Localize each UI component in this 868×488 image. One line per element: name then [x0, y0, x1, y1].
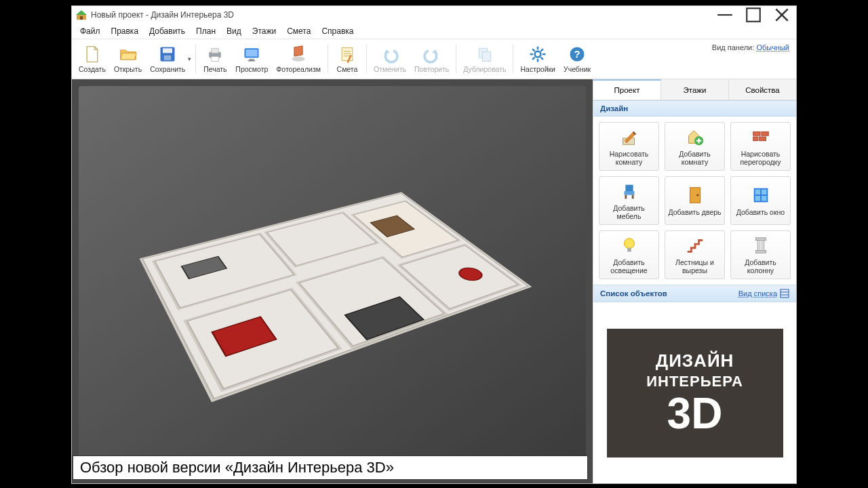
settings-label: Настройки — [520, 65, 555, 73]
add-column-button[interactable]: Добавить колонну — [730, 230, 791, 279]
svg-rect-41 — [753, 137, 757, 141]
chair-icon — [619, 181, 639, 201]
draw-room-label: Нарисовать комнату — [601, 150, 656, 166]
add-furniture-label: Добавить мебель — [601, 204, 656, 220]
save-icon — [158, 45, 177, 64]
undo-label: Отменить — [374, 65, 406, 73]
svg-rect-45 — [690, 188, 700, 203]
menu-edit[interactable]: Правка — [106, 25, 144, 37]
svg-rect-14 — [246, 49, 258, 57]
draw-room-button[interactable]: Нарисовать комнату — [599, 122, 659, 171]
open-button[interactable]: Открыть — [110, 41, 146, 77]
logo-line2: ИНТЕРЬЕРА — [646, 373, 743, 390]
3d-canvas[interactable] — [72, 79, 593, 483]
undo-icon — [380, 45, 399, 64]
add-room-button[interactable]: Добавить комнату — [665, 122, 725, 171]
menu-view[interactable]: Вид — [221, 25, 247, 37]
svg-rect-39 — [753, 132, 760, 136]
svg-rect-8 — [163, 48, 172, 53]
estimate-label: Смета — [337, 65, 358, 73]
photoreal-label: Фотореализм — [276, 65, 321, 73]
svg-rect-2 — [80, 16, 83, 20]
svg-rect-57 — [781, 289, 789, 298]
add-lighting-button[interactable]: Добавить освещение — [599, 230, 659, 279]
svg-line-32 — [541, 57, 544, 60]
redo-icon — [422, 45, 441, 64]
tab-properties[interactable]: Свойства — [729, 79, 796, 100]
menu-plan[interactable]: План — [191, 25, 221, 37]
save-label: Сохранить — [150, 65, 185, 73]
list-view-icon[interactable] — [780, 289, 789, 298]
tab-project[interactable]: Проект — [593, 79, 661, 100]
svg-rect-9 — [164, 56, 172, 60]
svg-rect-52 — [757, 239, 764, 252]
preview-button[interactable]: Просмотр — [231, 41, 272, 77]
view-mode: Вид панели: Обычный — [712, 43, 789, 52]
settings-button[interactable]: Настройки — [516, 41, 559, 77]
svg-line-31 — [532, 49, 535, 52]
design-panel-header: Дизайн — [593, 100, 796, 117]
svg-point-46 — [696, 195, 698, 197]
door-icon — [685, 185, 705, 205]
printer-icon — [205, 45, 224, 64]
svg-rect-54 — [755, 251, 766, 253]
duplicate-button[interactable]: Дублировать — [459, 41, 510, 77]
redo-button[interactable]: Повторить — [410, 41, 453, 77]
video-caption: Обзор новой версии «Дизайн Интерьера 3D» — [73, 455, 588, 480]
create-button[interactable]: Создать — [75, 41, 110, 77]
preview-label: Просмотр — [235, 65, 268, 73]
minimize-button[interactable] — [711, 6, 739, 24]
file-new-icon — [83, 45, 102, 64]
svg-rect-12 — [212, 57, 219, 62]
window-icon — [751, 185, 771, 205]
svg-rect-42 — [759, 137, 766, 141]
titlebar: Новый проект - Дизайн Интерьера 3D — [72, 6, 796, 24]
draw-partition-button[interactable]: Нарисовать перегородку — [730, 122, 791, 171]
menu-file[interactable]: Файл — [75, 25, 106, 37]
photoreal-button[interactable]: Фотореализм — [272, 41, 325, 77]
estimate-button[interactable]: Смета — [331, 41, 363, 77]
svg-line-33 — [541, 49, 544, 52]
sidebar: Проект Этажи Свойства Дизайн Нарисовать … — [593, 79, 796, 483]
app-icon — [76, 9, 87, 20]
wall-icon — [751, 127, 771, 147]
add-column-label: Добавить колонну — [733, 258, 788, 274]
menu-floors[interactable]: Этажи — [247, 25, 281, 37]
stairs-button[interactable]: Лестницы и вырезы — [665, 230, 725, 279]
add-door-label: Добавить дверь — [668, 208, 721, 216]
menu-estimate[interactable]: Смета — [281, 25, 316, 37]
objects-panel-header: Список объектов Вид списка — [593, 285, 796, 302]
menu-help[interactable]: Справка — [316, 25, 359, 37]
window-title: Новый проект - Дизайн Интерьера 3D — [91, 10, 234, 20]
add-room-label: Добавить комнату — [667, 150, 722, 166]
svg-rect-44 — [631, 195, 633, 199]
draw-partition-label: Нарисовать перегородку — [733, 150, 788, 166]
print-button[interactable]: Печать — [199, 41, 231, 77]
viewmode-link[interactable]: Обычный — [756, 43, 789, 52]
add-window-label: Добавить окно — [736, 208, 785, 216]
menubar: Файл Правка Добавить План Вид Этажи Смет… — [72, 24, 796, 39]
render-icon — [289, 45, 308, 64]
close-button[interactable] — [768, 6, 796, 24]
svg-rect-15 — [250, 59, 254, 60]
add-lighting-label: Добавить освещение — [601, 258, 656, 274]
object-list: ДИЗАЙН ИНТЕРЬЕРА 3D — [593, 302, 796, 483]
menu-add[interactable]: Добавить — [144, 25, 191, 37]
tab-floors[interactable]: Этажи — [661, 79, 729, 100]
svg-rect-11 — [212, 48, 219, 53]
add-furniture-button[interactable]: Добавить мебель — [599, 176, 659, 225]
save-dropdown[interactable]: ▾ — [186, 41, 193, 77]
save-button[interactable]: Сохранить — [146, 41, 186, 77]
maximize-button[interactable] — [739, 6, 768, 24]
add-window-button[interactable]: Добавить окно — [730, 176, 791, 225]
undo-button[interactable]: Отменить — [370, 41, 410, 77]
tutorial-button[interactable]: ? Учебник — [559, 41, 595, 77]
logo-line3: 3D — [667, 392, 723, 435]
svg-point-26 — [535, 52, 541, 58]
svg-point-17 — [292, 57, 305, 62]
logo-line1: ДИЗАЙН — [656, 350, 734, 371]
svg-rect-19 — [342, 47, 353, 60]
print-label: Печать — [203, 65, 226, 73]
list-view-link[interactable]: Вид списка — [738, 289, 777, 298]
add-door-button[interactable]: Добавить дверь — [665, 176, 725, 225]
